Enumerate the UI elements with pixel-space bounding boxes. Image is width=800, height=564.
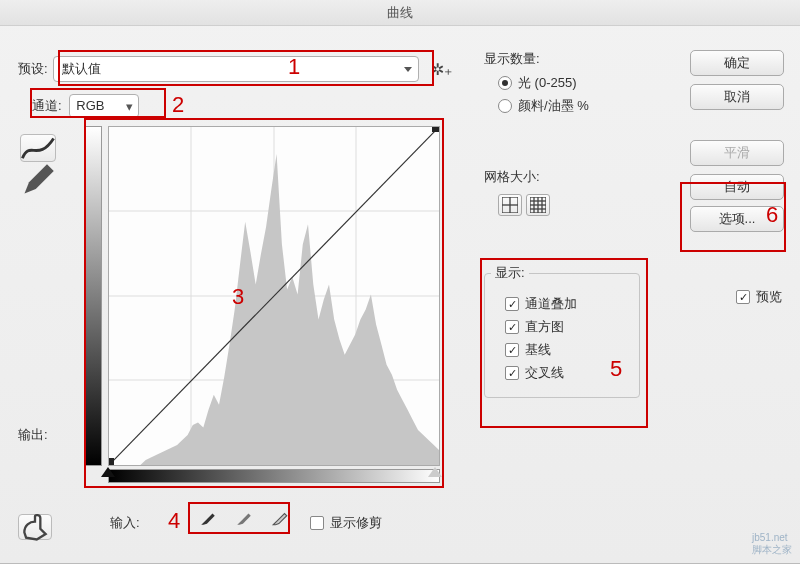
curve-line-icon	[21, 137, 55, 160]
hand-tool-button[interactable]	[18, 514, 52, 540]
pencil-icon	[20, 162, 56, 198]
display-overlay-checkbox[interactable]	[505, 297, 519, 311]
display-qty-ink-label: 颜料/油墨 %	[518, 97, 589, 115]
display-qty-light-radio[interactable]	[498, 76, 512, 90]
watermark: jb51.net脚本之家	[752, 532, 792, 557]
dialog-body: 预设: 默认值 ✲₊ 通道: RGB	[0, 26, 800, 563]
curve-tool-button[interactable]	[20, 134, 56, 162]
svg-marker-6	[109, 154, 439, 465]
curve-canvas[interactable]	[108, 126, 440, 466]
gear-icon[interactable]: ✲₊	[431, 60, 452, 79]
preset-label: 预设:	[18, 60, 48, 78]
show-clipping-checkbox[interactable]	[310, 516, 324, 530]
curve-editor	[84, 126, 440, 482]
annotation-5: 5	[610, 356, 622, 382]
display-baseline-checkbox[interactable]	[505, 343, 519, 357]
annotation-1: 1	[288, 54, 300, 80]
output-label: 输出:	[18, 426, 48, 444]
window-title: 曲线	[0, 0, 800, 26]
finger-icon	[19, 511, 51, 543]
black-point-slider[interactable]	[101, 467, 115, 477]
output-gradient[interactable]	[84, 126, 102, 466]
preview-label: 预览	[756, 288, 782, 306]
display-baseline-label: 基线	[525, 341, 551, 359]
curves-dialog: 曲线 预设: 默认值 ✲₊ 通道: RGB	[0, 0, 800, 564]
black-eyedropper[interactable]	[196, 506, 220, 530]
channel-value: RGB	[76, 98, 104, 113]
display-crosshair-checkbox[interactable]	[505, 366, 519, 380]
annotation-4: 4	[168, 508, 180, 534]
grid-fine-button[interactable]	[526, 194, 550, 216]
auto-button[interactable]: 自动	[690, 174, 784, 200]
input-gradient[interactable]	[108, 469, 440, 483]
display-qty-label: 显示数量:	[484, 50, 634, 68]
preset-select[interactable]: 默认值	[53, 56, 419, 82]
grid-4-icon	[502, 197, 518, 213]
pencil-tool-button[interactable]	[20, 166, 56, 194]
display-qty-light-label: 光 (0-255)	[518, 74, 577, 92]
display-crosshair-label: 交叉线	[525, 364, 564, 382]
white-point-slider[interactable]	[428, 467, 442, 477]
channel-select[interactable]: RGB	[69, 94, 139, 118]
preset-value: 默认值	[62, 61, 101, 76]
display-histogram-checkbox[interactable]	[505, 320, 519, 334]
display-overlay-label: 通道叠加	[525, 295, 577, 313]
input-label: 输入:	[110, 514, 140, 532]
white-eyedropper[interactable]	[268, 506, 292, 530]
svg-rect-8	[109, 458, 114, 465]
cancel-button[interactable]: 取消	[690, 84, 784, 110]
annotation-2: 2	[172, 92, 184, 118]
display-histogram-label: 直方图	[525, 318, 564, 336]
grid-16-icon	[530, 197, 546, 213]
annotation-3: 3	[232, 284, 244, 310]
grid-size-label: 网格大小:	[484, 168, 550, 186]
show-clipping-label: 显示修剪	[330, 514, 382, 532]
gray-eyedropper[interactable]	[232, 506, 256, 530]
channel-label: 通道:	[32, 98, 62, 113]
grid-coarse-button[interactable]	[498, 194, 522, 216]
smooth-button: 平滑	[690, 140, 784, 166]
svg-rect-9	[432, 127, 439, 132]
preview-checkbox[interactable]	[736, 290, 750, 304]
annotation-6: 6	[766, 202, 778, 228]
display-group-label: 显示:	[491, 264, 529, 282]
ok-button[interactable]: 确定	[690, 50, 784, 76]
display-qty-ink-radio[interactable]	[498, 99, 512, 113]
